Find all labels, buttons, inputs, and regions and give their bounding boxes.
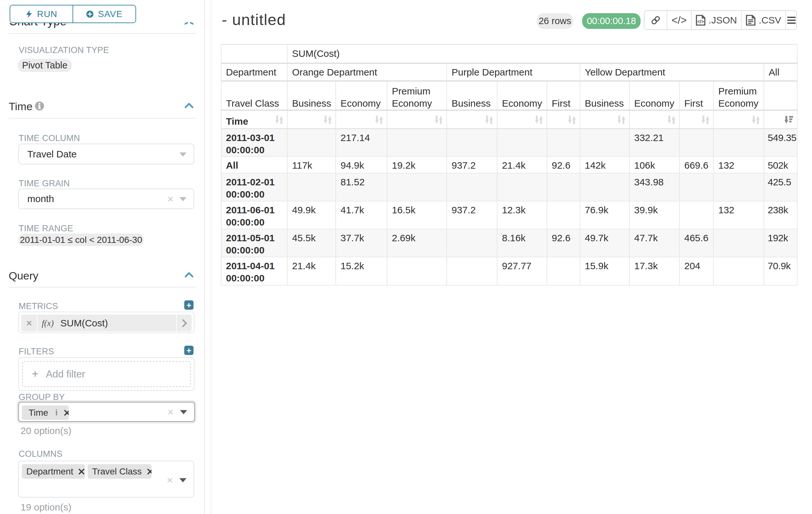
svg-text:</>: </> xyxy=(697,19,704,24)
